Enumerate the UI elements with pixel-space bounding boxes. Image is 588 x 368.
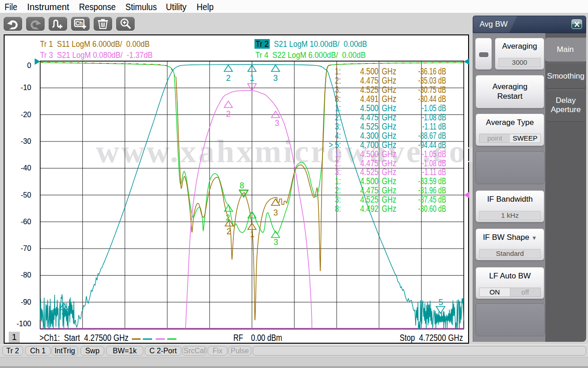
svg-text:2: 2 [226,74,231,83]
svg-text:4: 4 [62,308,66,317]
svg-text:3: 3 [273,74,278,83]
svg-text:2: 2 [226,213,230,222]
svg-text:5: 5 [438,298,443,307]
svg-text:1: 1 [250,230,254,239]
svg-text:3: 3 [273,208,278,217]
svg-text:8: 8 [239,181,244,190]
svg-text:3: 3 [273,238,278,247]
svg-text:2: 2 [226,109,231,119]
svg-text:3: 3 [275,119,279,128]
svg-text:2: 2 [226,227,231,236]
svg-text:1: 1 [249,74,254,83]
